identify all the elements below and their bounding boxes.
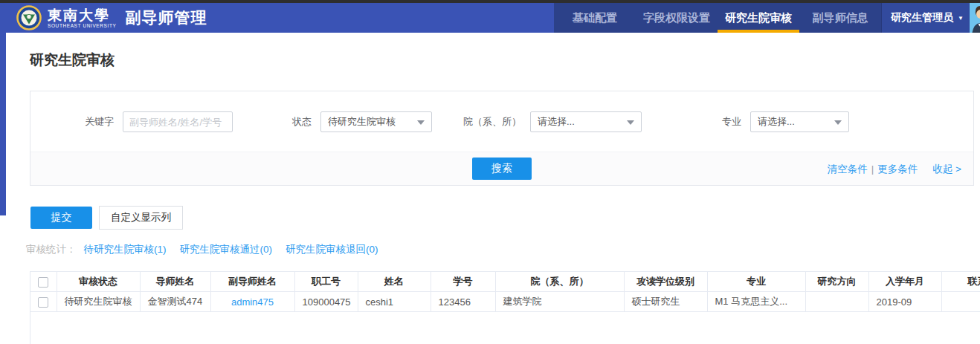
status-select[interactable]: 待研究生院审核 [320,111,432,132]
nav-tab-field-permissions[interactable]: 字段权限设置 [636,3,718,33]
sidebar-strip [0,33,6,215]
status-filter-group: 状态 待研究生院审核 [292,111,432,132]
filter-actions-row: 搜索 清空条件 | 更多条件 收起 > [30,152,973,185]
keyword-label: 关键字 [85,115,114,129]
cell-major: M1 马克思主义... [707,292,805,312]
user-name: 研究生管理员 [891,11,953,25]
column-header-subadvisor-name: 副导师姓名 [210,272,294,292]
chevron-down-icon [834,120,842,125]
column-header-name: 姓名 [358,272,431,292]
university-name-cn: 東南大學 [48,8,116,22]
stat-returned-link[interactable]: 研究生院审核退回(0) [286,243,378,256]
clear-filters-link[interactable]: 清空条件 [828,163,868,176]
cell-research-direction [805,292,868,312]
cell-contact [941,292,980,312]
nav-tab-subadvisor-info[interactable]: 副导师信息 [799,3,881,33]
cell-degree-level: 硕士研究生 [624,292,707,312]
major-label: 专业 [722,115,741,129]
column-header-review-status: 审核状态 [57,272,140,292]
cell-name: ceshi1 [358,292,431,312]
search-button[interactable]: 搜索 [472,158,532,180]
status-label: 状态 [292,115,312,129]
chevron-down-icon [417,120,425,125]
table-row: 待研究生院审核 金智测试474 admin475 109000475 ceshi… [30,292,980,312]
column-header-contact: 联系 [941,272,980,292]
major-select[interactable]: 请选择... [750,111,849,132]
row-checkbox[interactable] [38,297,48,308]
page-title: 研究生院审核 [30,51,980,70]
submit-button[interactable]: 提交 [30,207,92,229]
major-filter-group: 专业 请选择... [722,111,849,132]
filter-panel: 关键字 状态 待研究生院审核 院（系、所） 请选择... 专业 [30,91,974,186]
department-filter-group: 院（系、所） 请选择... [463,111,642,132]
divider: | [871,163,874,175]
university-name: 東南大學 SOUTHEAST UNIVERSITY [48,8,116,28]
review-statistics: 审核统计： 待研究生院审核(1) 研究生院审核通过(0) 研究生院审核退回(0) [26,243,980,256]
customize-columns-button[interactable]: 自定义显示列 [99,206,183,230]
collapse-link[interactable]: 收起 > [932,163,961,176]
cell-supervisor-name: 金智测试474 [140,292,210,312]
column-header-research-direction: 研究方向 [805,272,868,292]
main-content: 研究生院审核 关键字 状态 待研究生院审核 院（系、所） 请选择... [0,51,980,344]
stat-approved-link[interactable]: 研究生院审核通过(0) [180,243,273,256]
column-header-major: 专业 [707,272,805,292]
cell-student-id: 123456 [431,292,495,312]
select-all-checkbox[interactable] [38,277,48,288]
subadvisor-name-link[interactable]: admin475 [231,296,274,308]
nav-tab-basic-config[interactable]: 基础配置 [554,3,636,33]
brand: 東南大學 SOUTHEAST UNIVERSITY 副导师管理 [0,3,554,33]
app-header: 東南大學 SOUTHEAST UNIVERSITY 副导师管理 基础配置 字段权… [0,3,980,33]
department-label: 院（系、所） [463,115,521,129]
cell-department: 建筑学院 [495,292,624,312]
keyword-filter-group: 关键字 [85,111,233,132]
column-header-enrollment-date: 入学年月 [868,272,941,292]
cell-enrollment-date: 2019-09 [868,292,941,312]
cell-staff-id: 109000475 [294,292,358,312]
cell-review-status: 待研究生院审核 [57,292,140,312]
filter-fields-row: 关键字 状态 待研究生院审核 院（系、所） 请选择... 专业 [30,91,973,152]
column-header-staff-id: 职工号 [294,272,358,292]
avatar[interactable] [970,3,980,33]
statistics-label: 审核统计： [26,243,77,256]
column-header-supervisor-name: 导师姓名 [140,272,210,292]
university-name-en: SOUTHEAST UNIVERSITY [48,23,116,28]
column-header-student-id: 学号 [431,272,495,292]
nav-tab-grad-school-review[interactable]: 研究生院审核 [718,3,799,33]
department-select[interactable]: 请选择... [530,111,642,132]
status-select-value: 待研究生院审核 [328,116,396,127]
chevron-down-icon: ▼ [958,15,964,22]
main-nav: 基础配置 字段权限设置 研究生院审核 副导师信息 [554,3,881,33]
chevron-down-icon [627,120,634,125]
filter-links: 清空条件 | 更多条件 收起 > [828,152,961,186]
toolbar: 提交 自定义显示列 [30,206,980,230]
university-logo-icon [16,5,42,30]
column-header-department: 院（系、所） [495,272,624,292]
stat-pending-review-link[interactable]: 待研究生院审核(1) [84,243,167,256]
table-header-row: 审核状态 导师姓名 副导师姓名 职工号 姓名 学号 院（系、所） 攻读学位级别 … [30,272,980,292]
department-select-value: 请选择... [538,116,575,127]
keyword-input[interactable] [123,111,233,132]
column-header-degree-level: 攻读学位级别 [624,272,707,292]
more-filters-link[interactable]: 更多条件 [877,163,918,176]
results-table: 审核状态 导师姓名 副导师姓名 职工号 姓名 学号 院（系、所） 攻读学位级别 … [30,271,980,344]
app-title: 副导师管理 [125,7,207,28]
major-select-value: 请选择... [758,116,795,127]
user-menu[interactable]: 研究生管理员 ▼ [881,3,980,33]
